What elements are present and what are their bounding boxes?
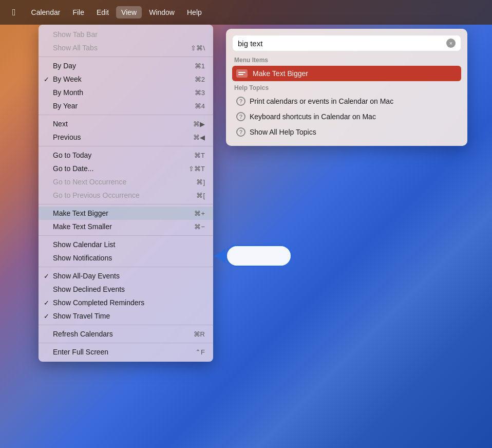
menu-item-shortcut: ⌘+ [194,210,205,217]
menu-item-go-next-occurrence[interactable]: Go to Next Occurrence ⌘] [39,175,213,189]
menu-item-shortcut: ⌘T [194,152,205,159]
menu-item-shortcut: ⌘◀ [193,134,205,141]
menu-item-previous[interactable]: Previous ⌘◀ [39,130,213,144]
search-box: × [232,35,461,51]
menu-item-shortcut: ⌘4 [195,102,205,110]
separator [39,343,213,343]
view-dropdown-menu: Show Tab Bar Show All Tabs ⇧⌘\ By Day ⌘1… [39,25,213,362]
menu-item-label: By Year [53,102,78,110]
menu-item-go-date[interactable]: Go to Date... ⇧⌘T [39,162,213,175]
menu-item-show-completed[interactable]: ✓ Show Completed Reminders [39,296,213,309]
menu-item-label: By Day [53,62,76,70]
menu-item-next[interactable]: Next ⌘▶ [39,117,213,130]
arrow-tip [214,249,225,263]
menu-item-make-text-smaller[interactable]: Make Text Smaller ⌘− [39,220,213,233]
search-result-make-text-bigger[interactable]: Make Text Bigger [232,66,461,81]
checkmark-icon: ✓ [44,272,49,280]
menu-item-label: By Week [53,75,82,83]
checkmark-icon: ✓ [44,312,49,320]
clear-button[interactable]: × [446,39,456,48]
menu-item-shortcut: ⌃F [195,348,205,356]
help-result-2[interactable]: ? Show All Help Topics [232,124,461,140]
menu-items-section-label: Menu Items [234,57,459,64]
separator [39,204,213,204]
icon-line [238,72,245,73]
help-result-label: Print calendars or events in Calendar on… [250,97,393,105]
result-icon [236,69,248,78]
menu-item-label: Go to Next Occurrence [53,178,126,186]
menu-item-label: Previous [53,133,81,141]
menu-item-show-tab-bar[interactable]: Show Tab Bar [39,28,213,41]
menu-item-shortcut: ⇧⌘T [188,165,205,173]
menu-item-shortcut: ⌘[ [196,192,205,199]
menu-item-shortcut: ⇧⌘\ [191,44,205,52]
menubar-calendar[interactable]: Calendar [26,6,66,18]
menu-item-by-year[interactable]: By Year ⌘4 [39,99,213,113]
help-result-label: Keyboard shortcuts in Calendar on Mac [250,113,376,121]
menu-item-show-allday[interactable]: ✓ Show All-Day Events [39,269,213,283]
menu-item-label: Refresh Calendars [53,330,113,338]
arrow-shape [216,245,292,267]
menu-item-label: Show Tab Bar [53,30,98,39]
menu-item-shortcut: ⌘] [196,178,205,186]
menu-item-shortcut: ⌘1 [195,62,205,70]
menu-item-make-text-bigger[interactable]: Make Text Bigger ⌘+ [39,207,213,220]
help-icon: ? [236,97,245,106]
menu-item-label: Show Completed Reminders [53,298,144,307]
menu-item-label: Show Notifications [53,254,112,262]
separator [39,267,213,267]
menu-item-fullscreen[interactable]: Enter Full Screen ⌃F [39,345,213,359]
menu-item-label: Next [53,120,68,128]
menubar-edit[interactable]: Edit [91,6,114,18]
menu-item-show-declined[interactable]: Show Declined Events [39,283,213,296]
menu-item-show-travel[interactable]: ✓ Show Travel Time [39,309,213,323]
menu-item-go-today[interactable]: Go to Today ⌘T [39,148,213,162]
menu-item-label: Enter Full Screen [53,348,108,356]
help-icon: ? [236,112,245,121]
separator [39,325,213,325]
menu-item-refresh-calendars[interactable]: Refresh Calendars ⌘R [39,327,213,341]
menu-item-shortcut: ⌘2 [195,76,205,83]
menu-item-by-day[interactable]: By Day ⌘1 [39,59,213,72]
menu-item-show-notifications[interactable]: Show Notifications [39,251,213,265]
menu-item-label: Make Text Bigger [53,209,108,217]
separator [39,146,213,146]
search-input[interactable] [238,39,446,48]
menu-item-label: Go to Previous Occurrence [53,191,140,199]
menu-item-go-prev-occurrence[interactable]: Go to Previous Occurrence ⌘[ [39,189,213,202]
menu-item-shortcut: ⌘− [194,223,205,231]
help-result-0[interactable]: ? Print calendars or events in Calendar … [232,94,461,109]
menu-item-by-month[interactable]: By Month ⌘3 [39,86,213,99]
menu-item-label: Go to Today [53,151,91,159]
help-icon: ? [236,127,245,137]
menu-item-shortcut: ⌘R [194,330,205,338]
checkmark-icon: ✓ [44,76,49,83]
menu-item-label: Show Declined Events [53,285,125,293]
menu-item-label: Show All-Day Events [53,272,120,280]
menu-item-label: By Month [53,88,83,97]
menubar-view[interactable]: View [116,6,142,18]
menu-item-label: Show Calendar List [53,240,115,249]
menu-item-show-calendar-list[interactable]: Show Calendar List [39,238,213,251]
menu-item-show-all-tabs[interactable]: Show All Tabs ⇧⌘\ [39,41,213,54]
menubar-window[interactable]: Window [144,6,180,18]
help-result-1[interactable]: ? Keyboard shortcuts in Calendar on Mac [232,109,461,124]
menu-item-by-week[interactable]: ✓ By Week ⌘2 [39,72,213,86]
help-topics-section-label: Help Topics [234,84,459,91]
help-search-popup: × Menu Items Make Text Bigger Help Topic… [226,29,467,146]
separator [39,115,213,115]
arrow-indicator [216,245,292,267]
menu-item-shortcut: ⌘▶ [193,120,205,128]
menubar-help[interactable]: Help [182,6,207,18]
menu-item-shortcut: ⌘3 [195,89,205,97]
menu-item-label: Show All Tabs [53,44,98,52]
icon-line [238,74,243,75]
separator [39,235,213,236]
help-result-label: Show All Help Topics [250,128,316,136]
menu-item-label: Go to Date... [53,164,93,173]
apple-menu[interactable]:  [8,5,20,20]
menubar:  Calendar File Edit View Window Help [0,0,492,25]
result-label: Make Text Bigger [253,69,308,78]
checkmark-icon: ✓ [44,299,49,307]
menubar-file[interactable]: File [67,6,89,18]
